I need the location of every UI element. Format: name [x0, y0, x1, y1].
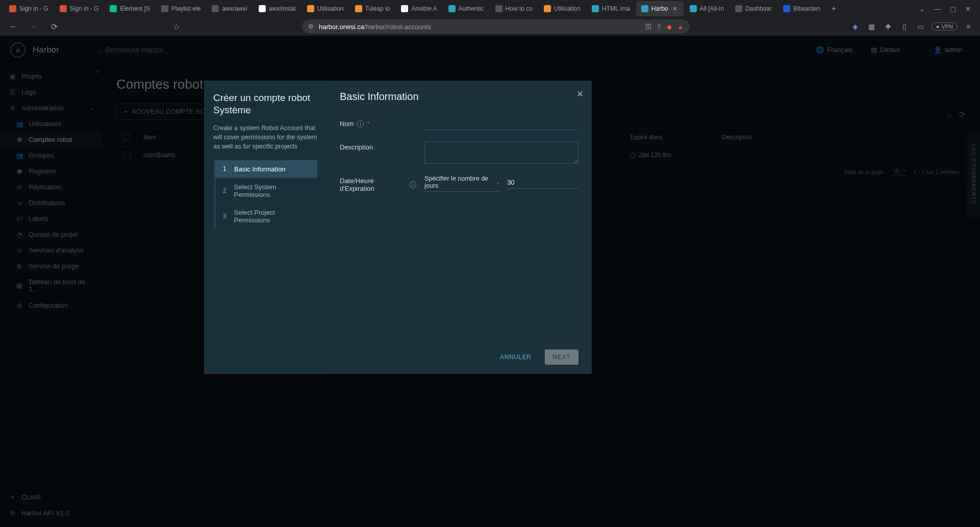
favicon-icon — [110, 5, 117, 12]
browser-tab[interactable]: Sign in - G — [55, 1, 104, 16]
reader-icon[interactable]: ▭ — [915, 21, 926, 32]
browser-tab[interactable]: Sign in - G — [4, 1, 54, 16]
modal-subtitle: Create a system Robot Account that will … — [213, 123, 317, 151]
chevron-down-icon: ⌄ — [496, 180, 500, 185]
cancel-button[interactable]: ANNULER — [492, 349, 540, 365]
tab-label: Playlist ele — [171, 5, 200, 12]
tab-label: Tuleap lo — [365, 5, 390, 12]
favicon-icon — [60, 5, 67, 12]
favicon-icon — [212, 5, 219, 12]
nav-back-icon[interactable]: ← — [6, 19, 20, 34]
tab-label: Dashboar — [745, 5, 772, 12]
browser-tab[interactable]: Playlist ele — [156, 1, 206, 16]
wallet-icon[interactable]: ◈ — [850, 21, 861, 32]
tab-label: Sign in - G — [70, 5, 99, 12]
favicon-icon — [690, 5, 697, 12]
tab-label: Sign in - G — [19, 5, 48, 12]
wizard-step-2[interactable]: 2Select System Permissions — [215, 178, 317, 204]
extension-square-icon[interactable]: ▦ — [866, 21, 877, 32]
browser-tab[interactable]: Authentic — [443, 1, 489, 16]
create-robot-modal: Créer un compte robot Système Create a s… — [204, 81, 592, 374]
favicon-icon — [307, 5, 314, 12]
browser-tab[interactable]: Utilisation — [539, 1, 586, 16]
favicon-icon — [161, 5, 168, 12]
url-text: harbor.onesi.ca/harbor/robot-accounts — [319, 23, 431, 31]
favicon-icon — [641, 5, 648, 12]
new-tab-button[interactable]: + — [826, 2, 841, 16]
extensions-icon[interactable]: ✚ — [883, 21, 894, 32]
info-icon[interactable]: i — [410, 181, 416, 188]
brave-rewards-icon[interactable]: ▲ — [677, 23, 684, 31]
window-maximize-icon[interactable]: ▢ — [950, 5, 956, 13]
tab-label: HTML ima — [602, 5, 630, 12]
window-controls: ⌄ — ▢ ✕ — [919, 5, 976, 13]
name-input[interactable] — [424, 118, 579, 130]
tab-label: Bitwarden — [793, 5, 820, 12]
key-icon[interactable]: ⚿ — [645, 23, 651, 30]
close-icon[interactable]: ✕ — [576, 89, 584, 99]
favicon-icon — [355, 5, 362, 12]
window-close-icon[interactable]: ✕ — [965, 5, 971, 13]
favicon-icon — [592, 5, 599, 12]
modal-body: ✕ Basic Information Nom i * Description … — [326, 81, 592, 374]
tab-dropdown-icon[interactable]: ⌄ — [919, 5, 925, 13]
browser-tab[interactable]: Bitwarden — [778, 1, 825, 16]
tab-label: Ansible A — [411, 5, 437, 12]
tab-label: Element [S — [120, 5, 150, 12]
browser-tab[interactable]: Harbo✕ — [636, 1, 684, 16]
tab-label: Authentic — [459, 5, 484, 12]
tab-label: All [All-In — [700, 5, 724, 12]
tab-label: awx/awx/ — [222, 5, 247, 12]
tab-label: How to co — [506, 5, 533, 12]
favicon-icon — [448, 5, 456, 12]
browser-tab[interactable]: Element [S — [105, 1, 155, 16]
site-settings-icon[interactable]: ⚙ — [308, 23, 314, 30]
browser-tab[interactable]: HTML ima — [587, 1, 635, 16]
modal-sidebar: Créer un compte robot Système Create a s… — [204, 81, 326, 374]
nav-forward-icon[interactable]: → — [27, 19, 41, 34]
expiration-days-input[interactable] — [507, 179, 579, 189]
browser-tab[interactable]: Tuleap lo — [350, 1, 395, 16]
browser-tab[interactable]: awx/awx/ — [207, 1, 252, 16]
label-expiration: Date/Heure d'Expiration i — [340, 175, 416, 192]
browser-tab[interactable]: How to co — [490, 1, 538, 16]
sidepanel-icon[interactable]: ▯ — [899, 21, 910, 32]
harbor-app: ⎈ Harbor ⌕ 🌐 Français ⌄ ▤ Défaut ⌄ 👤 adm… — [0, 36, 980, 527]
tab-label: Harbo — [651, 5, 668, 12]
description-textarea[interactable] — [424, 141, 579, 164]
favicon-icon — [401, 5, 408, 12]
vpn-badge[interactable]: ● VPN — [932, 22, 958, 31]
label-name: Nom i * — [340, 118, 416, 128]
browser-tab-strip: Sign in - GSign in - GElement [SPlaylist… — [0, 0, 980, 17]
tab-label: awx/instal — [269, 5, 296, 12]
wizard-step-1[interactable]: 1Basic Information — [215, 160, 317, 178]
browser-menu-icon[interactable]: ≡ — [963, 21, 974, 32]
favicon-icon — [735, 5, 742, 12]
browser-tab[interactable]: Utilisation — [302, 1, 349, 16]
nav-reload-icon[interactable]: ⟳ — [47, 19, 61, 34]
favicon-icon — [544, 5, 551, 12]
tab-label: Utilisation — [554, 5, 581, 12]
wizard-step-3[interactable]: 3Select Project Permissions — [215, 204, 317, 229]
address-bar: ← → ⟳ ☆ ⚙ harbor.onesi.ca/harbor/robot-a… — [0, 17, 980, 36]
info-icon[interactable]: i — [357, 120, 364, 128]
next-button[interactable]: NEXT — [545, 349, 579, 365]
favicon-icon — [259, 5, 266, 12]
browser-tab[interactable]: Ansible A — [396, 1, 442, 16]
label-description: Description — [340, 141, 416, 151]
url-box[interactable]: ⚙ harbor.onesi.ca/harbor/robot-accounts … — [302, 19, 690, 34]
favicon-icon — [495, 5, 502, 12]
expiration-mode-select[interactable]: Spécifier le nombre de jours⌄ — [424, 175, 500, 192]
browser-tab[interactable]: All [All-In — [685, 1, 729, 16]
bookmark-icon[interactable]: ☆ — [169, 19, 184, 34]
browser-tab[interactable]: Dashboar — [730, 1, 777, 16]
brave-shields-icon[interactable]: ◆ — [667, 23, 672, 31]
browser-tab[interactable]: awx/instal — [254, 1, 301, 16]
modal-title: Créer un compte robot Système — [213, 92, 317, 116]
share-icon[interactable]: ⇪ — [657, 23, 662, 30]
window-minimize-icon[interactable]: — — [934, 5, 941, 13]
favicon-icon — [783, 5, 790, 12]
tab-label: Utilisation — [317, 5, 344, 12]
favicon-icon — [9, 5, 16, 12]
tab-close-icon[interactable]: ✕ — [671, 5, 679, 12]
